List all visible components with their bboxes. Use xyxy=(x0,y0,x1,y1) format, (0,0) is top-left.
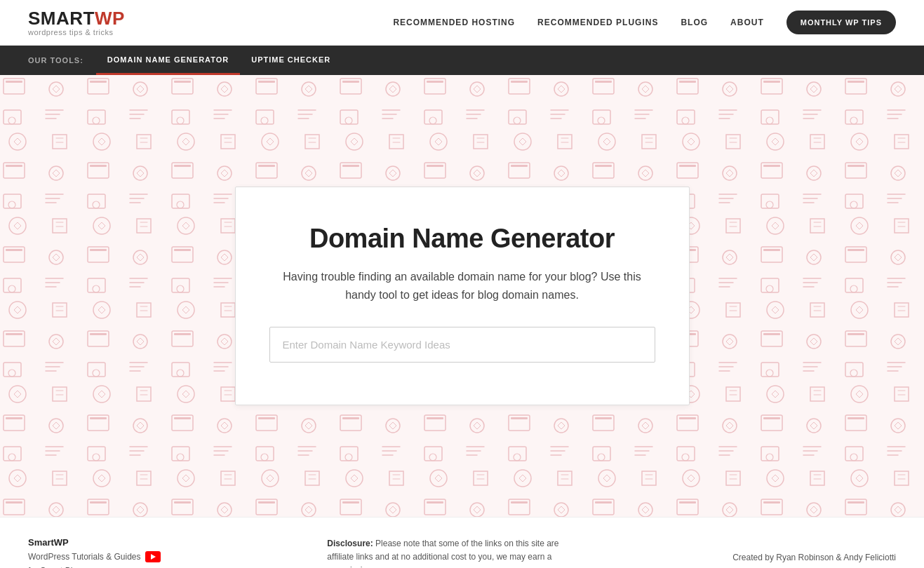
youtube-link[interactable] xyxy=(145,550,161,563)
footer-brand: SmartWP WordPress Tutorials & Guides for… xyxy=(28,537,161,568)
tools-toolbar: OUR TOOLS: DOMAIN NAME GENERATOR UPTIME … xyxy=(0,46,924,75)
card-title: Domain Name Generator xyxy=(269,224,655,254)
monthly-wp-tips-button[interactable]: MONTHLY WP TIPS xyxy=(786,11,896,34)
site-footer: SmartWP WordPress Tutorials & Guides for… xyxy=(0,517,924,568)
footer-brand-desc: WordPress Tutorials & Guides xyxy=(28,550,161,563)
nav-about[interactable]: ABOUT xyxy=(730,18,764,27)
nav-recommended-plugins[interactable]: RECOMMENDED PLUGINS xyxy=(537,18,658,27)
keyword-input[interactable] xyxy=(269,327,655,363)
toolbar-uptime-checker[interactable]: UPTIME CHECKER xyxy=(240,46,342,75)
youtube-icon xyxy=(145,551,161,562)
site-header: SMARTWP wordpress tips & tricks RECOMMEN… xyxy=(0,0,924,46)
domain-generator-card: Domain Name Generator Having trouble fin… xyxy=(235,187,690,405)
logo-tagline: wordpress tips & tricks xyxy=(28,28,125,36)
disclosure-label: Disclosure: xyxy=(327,539,373,548)
logo[interactable]: SMARTWP wordpress tips & tricks xyxy=(28,8,125,37)
footer-brand-name: SmartWP xyxy=(28,537,161,548)
nav-blog[interactable]: BLOG xyxy=(681,18,708,27)
main-nav: RECOMMENDED HOSTING RECOMMENDED PLUGINS … xyxy=(393,11,896,34)
nav-recommended-hosting[interactable]: RECOMMENDED HOSTING xyxy=(393,18,515,27)
footer-disclosure: Disclosure: Please note that some of the… xyxy=(327,537,565,568)
card-description: Having trouble finding an available doma… xyxy=(269,268,655,304)
footer-brand-line1: WordPress Tutorials & Guides xyxy=(28,550,141,563)
footer-credit: Created by Ryan Robinson & Andy Feliciot… xyxy=(732,553,896,562)
logo-text: SMARTWP xyxy=(28,8,125,29)
toolbar-domain-name-generator[interactable]: DOMAIN NAME GENERATOR xyxy=(96,46,240,75)
hero-section: Domain Name Generator Having trouble fin… xyxy=(0,75,924,517)
tools-label: OUR TOOLS: xyxy=(28,56,83,65)
